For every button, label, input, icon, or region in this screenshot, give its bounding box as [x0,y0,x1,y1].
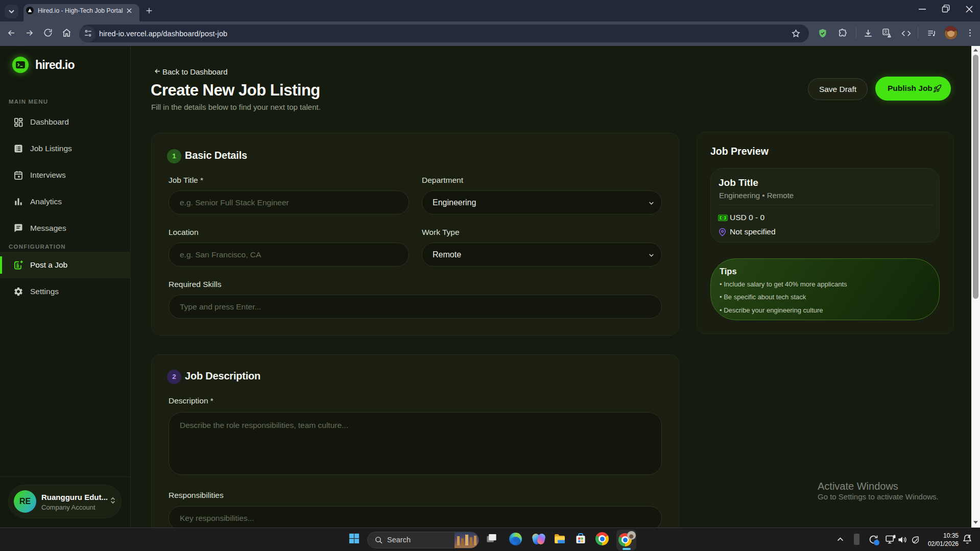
svg-text:文: 文 [884,30,888,34]
